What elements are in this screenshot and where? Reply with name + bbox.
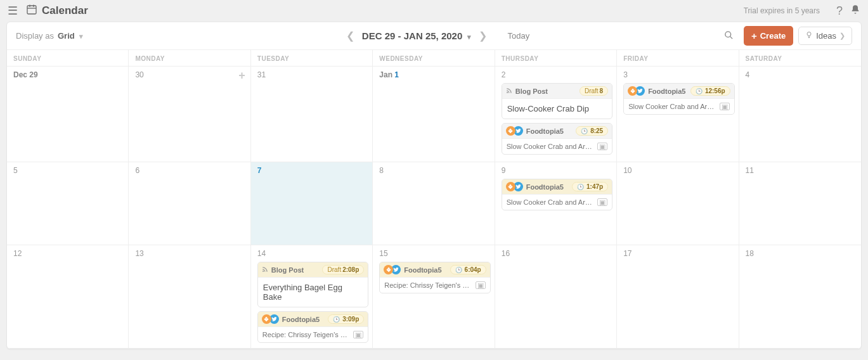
prev-period-button[interactable]: ❮	[339, 30, 362, 42]
next-period-button[interactable]: ❯	[471, 30, 495, 42]
calendar-cell[interactable]: 4	[739, 67, 861, 162]
calendar-cell[interactable]: 7	[251, 162, 373, 245]
calendar-event-social[interactable]: ❖ Foodtopia5 🕒3:09p Recipe: Chrissy Teig…	[257, 311, 368, 343]
calendar-cell[interactable]: 9 ❖ Foodtopia5 🕒1:47p Slow Cooker Crab a…	[495, 162, 617, 245]
social-icons: ❖	[506, 182, 523, 191]
image-icon: ▣	[476, 281, 486, 289]
day-header: FRIDAY	[617, 50, 739, 66]
calendar-cell[interactable]: 18	[739, 245, 861, 348]
day-header: SATURDAY	[739, 50, 861, 66]
date-number: 16	[502, 249, 612, 258]
time-pill: 🕒1:47p	[572, 182, 608, 191]
day-header: SUNDAY	[7, 50, 129, 66]
image-icon: ▣	[597, 198, 607, 206]
date-number: 18	[746, 249, 857, 258]
time-pill: 🕒3:09p	[328, 314, 364, 324]
image-icon: ▣	[353, 331, 363, 338]
chevron-right-icon: ❯	[839, 32, 845, 40]
event-body: Slow Cooker Crab and Ar…	[628, 103, 716, 110]
calendar-cell[interactable]: 3 ❖ Foodtopia5 🕒12:56p Slow Cooker Crab …	[617, 67, 739, 162]
calendar-cell[interactable]: 5	[7, 162, 129, 245]
account-name: Foodtopia5	[526, 183, 572, 191]
plus-icon: +	[751, 30, 757, 41]
date-number: 13	[135, 249, 246, 258]
date-number: 3	[623, 70, 734, 79]
calendar-event-blog[interactable]: Blog Post Draft 2:08p Everything Bagel E…	[257, 262, 368, 307]
event-type-label: Blog Post	[271, 266, 323, 274]
status-pill: Draft 8	[580, 86, 608, 96]
time-pill: 🕒6:04p	[450, 265, 486, 274]
calendar-cell[interactable]: 13	[129, 245, 250, 348]
date-number: 17	[623, 249, 734, 258]
page-title: Calendar	[42, 4, 88, 17]
day-header: THURSDAY	[495, 50, 617, 66]
buffer-icon: ❖	[506, 182, 515, 191]
time-pill: 🕒8:25	[576, 126, 608, 136]
date-number: 9	[502, 166, 612, 175]
buffer-icon: ❖	[262, 314, 271, 324]
day-header: TUESDAY	[251, 50, 373, 66]
date-number: 11	[746, 166, 857, 175]
account-name: Foodtopia5	[526, 127, 576, 135]
date-number: 6	[135, 166, 246, 175]
clock-icon: 🕒	[455, 267, 462, 273]
calendar-cell[interactable]: 10	[617, 162, 739, 245]
svg-point-6	[807, 32, 811, 36]
date-range-picker[interactable]: DEC 29 - JAN 25, 2020 ▾	[362, 30, 472, 41]
calendar-cell[interactable]: 31	[251, 67, 373, 162]
create-button[interactable]: + Create	[744, 26, 793, 46]
date-number: 12	[13, 249, 124, 258]
trial-text: Trial expires in 5 years	[744, 6, 820, 15]
date-number: 5	[13, 166, 124, 175]
search-icon[interactable]	[724, 30, 734, 42]
date-number: 14	[257, 249, 368, 258]
ideas-button[interactable]: Ideas ❯	[798, 27, 852, 45]
bell-icon[interactable]	[850, 4, 860, 18]
calendar-event-social[interactable]: ❖ Foodtopia5 🕒8:25 Slow Cooker Crab and …	[502, 123, 612, 155]
svg-point-9	[507, 91, 508, 93]
calendar-event-social[interactable]: ❖ Foodtopia5 🕒12:56p Slow Cooker Crab an…	[623, 83, 734, 115]
image-icon: ▣	[720, 103, 730, 110]
help-icon[interactable]: ?	[836, 4, 843, 18]
calendar-cell[interactable]: 14 Blog Post Draft 2:08p Everything Bage…	[251, 245, 373, 348]
date-number: Dec 29	[13, 70, 124, 79]
calendar-event-blog[interactable]: Blog Post Draft 8 Slow-Cooker Crab Dip	[502, 83, 612, 119]
calendar-event-social[interactable]: ❖ Foodtopia5 🕒6:04p Recipe: Chrissy Teig…	[379, 262, 490, 293]
ideas-label: Ideas	[816, 31, 836, 41]
svg-point-4	[725, 31, 731, 37]
social-icons: ❖	[506, 126, 523, 136]
calendar-cell[interactable]: Jan 1	[373, 67, 495, 162]
calendar-cell[interactable]: 17	[617, 245, 739, 348]
calendar-cell[interactable]: 12	[7, 245, 129, 348]
day-header: MONDAY	[129, 50, 250, 66]
calendar-cell[interactable]: 8	[373, 162, 495, 245]
status-pill: Draft 2:08p	[322, 265, 364, 274]
clock-icon: 🕒	[577, 184, 584, 190]
display-as-dropdown[interactable]: Grid ▾	[58, 31, 83, 41]
calendar-cell[interactable]: 16	[495, 245, 617, 348]
calendar-cell[interactable]: 11	[739, 162, 861, 245]
account-name: Foodtopia5	[404, 266, 450, 274]
image-icon: ▣	[597, 143, 607, 150]
today-button[interactable]: Today	[507, 31, 529, 41]
social-icons: ❖	[262, 314, 279, 324]
calendar-cell[interactable]: Dec 29	[7, 67, 129, 162]
svg-line-5	[730, 36, 732, 39]
account-name: Foodtopia5	[282, 316, 328, 323]
event-type-label: Blog Post	[515, 87, 580, 95]
calendar-event-social[interactable]: ❖ Foodtopia5 🕒1:47p Slow Cooker Crab and…	[502, 179, 612, 210]
calendar-cell[interactable]: 6	[129, 162, 250, 245]
event-body: Slow Cooker Crab and Ar…	[507, 143, 595, 150]
display-as-label: Display as	[16, 31, 54, 41]
event-title: Slow-Cooker Crab Dip	[502, 99, 612, 119]
clock-icon: 🕒	[333, 316, 340, 323]
event-body: Recipe: Chrissy Teigen's …	[262, 331, 351, 338]
add-event-button[interactable]: +	[238, 69, 245, 82]
social-icons: ❖	[384, 265, 401, 274]
date-number: 2	[502, 70, 612, 79]
date-number: 10	[623, 166, 734, 175]
menu-icon[interactable]: ☰	[8, 4, 18, 18]
calendar-cell[interactable]: 2 Blog Post Draft 8 Slow-Cooker Crab Dip…	[495, 67, 617, 162]
calendar-cell[interactable]: 15 ❖ Foodtopia5 🕒6:04p Recipe: Chrissy T…	[373, 245, 495, 348]
calendar-cell[interactable]: 30+	[129, 67, 250, 162]
